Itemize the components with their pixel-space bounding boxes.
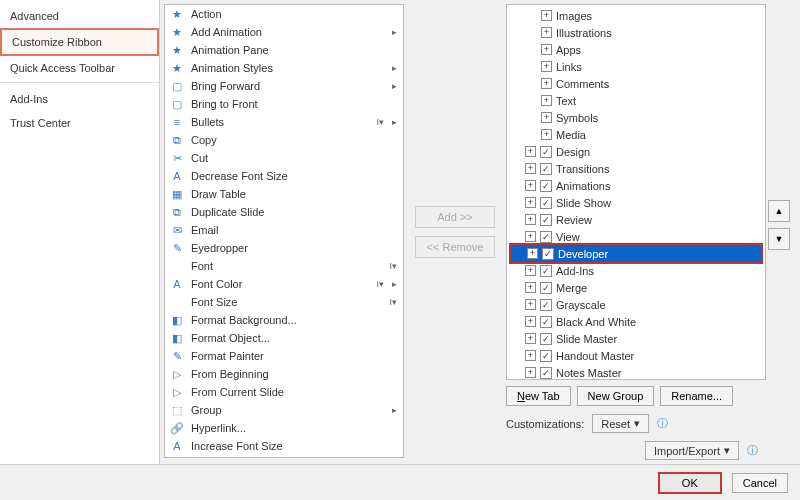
expand-icon[interactable]: + xyxy=(525,367,536,378)
tree-group[interactable]: +Links xyxy=(509,58,763,75)
move-up-button[interactable]: ▲ xyxy=(768,200,790,222)
expand-icon[interactable]: + xyxy=(525,180,536,191)
expand-icon[interactable]: + xyxy=(525,214,536,225)
cancel-button[interactable]: Cancel xyxy=(732,473,788,493)
expand-icon[interactable]: + xyxy=(525,350,536,361)
sidebar-item-qat[interactable]: Quick Access Toolbar xyxy=(0,56,159,83)
checkbox[interactable]: ✓ xyxy=(540,299,552,311)
command-item[interactable]: ▢Bring to Front xyxy=(165,95,403,113)
expand-icon[interactable]: + xyxy=(525,333,536,344)
tree-group[interactable]: +Media xyxy=(509,126,763,143)
checkbox[interactable]: ✓ xyxy=(540,231,552,243)
tree-tab-black-and-white[interactable]: +✓Black And White xyxy=(509,313,763,330)
expand-icon[interactable]: + xyxy=(541,61,552,72)
expand-icon[interactable]: + xyxy=(541,10,552,21)
command-item[interactable]: FontI▾ xyxy=(165,257,403,275)
command-item[interactable]: ★Add Animation▸ xyxy=(165,23,403,41)
tree-group[interactable]: +Comments xyxy=(509,75,763,92)
tree-group[interactable]: +Images xyxy=(509,7,763,24)
expand-icon[interactable]: + xyxy=(527,248,538,259)
expand-icon[interactable]: + xyxy=(541,44,552,55)
add-button[interactable]: Add >> xyxy=(415,206,495,228)
rename-button[interactable]: Rename... xyxy=(660,386,733,406)
expand-icon[interactable]: + xyxy=(525,282,536,293)
expand-icon[interactable]: + xyxy=(525,163,536,174)
checkbox[interactable]: ✓ xyxy=(542,248,554,260)
command-item[interactable]: AFont ColorI▾▸ xyxy=(165,275,403,293)
checkbox[interactable]: ✓ xyxy=(540,214,552,226)
expand-icon[interactable]: + xyxy=(525,316,536,327)
tree-group[interactable]: +Apps xyxy=(509,41,763,58)
ok-button[interactable]: OK xyxy=(658,472,722,494)
command-item[interactable]: ⧉Duplicate Slide xyxy=(165,203,403,221)
commands-list[interactable]: ★Action★Add Animation▸★Animation Pane★An… xyxy=(164,4,404,458)
checkbox[interactable]: ✓ xyxy=(540,197,552,209)
command-item[interactable]: AIncrease Font Size xyxy=(165,437,403,455)
command-item[interactable]: ⧉Copy xyxy=(165,131,403,149)
sidebar-item-trust-center[interactable]: Trust Center xyxy=(0,111,159,135)
tree-tab-developer[interactable]: +✓Developer xyxy=(509,243,763,264)
tree-tab-slide-master[interactable]: +✓Slide Master xyxy=(509,330,763,347)
command-item[interactable]: ◧Format Background... xyxy=(165,311,403,329)
expand-icon[interactable]: + xyxy=(525,231,536,242)
expand-icon[interactable]: + xyxy=(541,78,552,89)
command-item[interactable]: ▦Draw Table xyxy=(165,185,403,203)
checkbox[interactable]: ✓ xyxy=(540,316,552,328)
tree-group[interactable]: +Illustrations xyxy=(509,24,763,41)
tree-tab-review[interactable]: +✓Review xyxy=(509,211,763,228)
command-item[interactable]: ▷From Current Slide xyxy=(165,383,403,401)
tree-tab-merge[interactable]: +✓Merge xyxy=(509,279,763,296)
tree-group[interactable]: +Text xyxy=(509,92,763,109)
new-group-button[interactable]: New Group xyxy=(577,386,655,406)
command-item[interactable]: ⬚Group▸ xyxy=(165,401,403,419)
expand-icon[interactable]: + xyxy=(541,27,552,38)
tree-tab-add-ins[interactable]: +✓Add-Ins xyxy=(509,262,763,279)
tree-tab-slide-show[interactable]: +✓Slide Show xyxy=(509,194,763,211)
command-item[interactable]: ★Animation Styles▸ xyxy=(165,59,403,77)
command-item[interactable]: ▷From Beginning xyxy=(165,365,403,383)
new-tab-button[interactable]: New Tab xyxy=(506,386,571,406)
checkbox[interactable]: ✓ xyxy=(540,350,552,362)
sidebar-item-addins[interactable]: Add-Ins xyxy=(0,87,159,111)
expand-icon[interactable]: + xyxy=(525,197,536,208)
command-item[interactable]: ✉Email xyxy=(165,221,403,239)
command-item[interactable]: ◧Format Object... xyxy=(165,329,403,347)
checkbox[interactable]: ✓ xyxy=(540,180,552,192)
command-item[interactable]: ✎Format Painter xyxy=(165,347,403,365)
move-down-button[interactable]: ▼ xyxy=(768,228,790,250)
checkbox[interactable]: ✓ xyxy=(540,163,552,175)
sidebar-item-advanced[interactable]: Advanced xyxy=(0,4,159,28)
sidebar-item-customize-ribbon[interactable]: Customize Ribbon xyxy=(0,28,159,56)
tree-tab-design[interactable]: +✓Design xyxy=(509,143,763,160)
reset-dropdown[interactable]: Reset ▾ xyxy=(592,414,649,433)
expand-icon[interactable]: + xyxy=(541,95,552,106)
command-item[interactable]: ≡BulletsI▾▸ xyxy=(165,113,403,131)
checkbox[interactable]: ✓ xyxy=(540,367,552,379)
tree-tab-notes-master[interactable]: +✓Notes Master xyxy=(509,364,763,380)
checkbox[interactable]: ✓ xyxy=(540,333,552,345)
command-item[interactable]: Font SizeI▾ xyxy=(165,293,403,311)
expand-icon[interactable]: + xyxy=(525,299,536,310)
expand-icon[interactable]: + xyxy=(525,146,536,157)
tree-tab-animations[interactable]: +✓Animations xyxy=(509,177,763,194)
tree-tab-transitions[interactable]: +✓Transitions xyxy=(509,160,763,177)
command-item[interactable]: ★Animation Pane xyxy=(165,41,403,59)
import-export-dropdown[interactable]: Import/Export ▾ xyxy=(645,441,739,460)
command-item[interactable]: ▢Bring Forward▸ xyxy=(165,77,403,95)
checkbox[interactable]: ✓ xyxy=(540,282,552,294)
command-item[interactable]: ✂Cut xyxy=(165,149,403,167)
tree-tab-handout-master[interactable]: +✓Handout Master xyxy=(509,347,763,364)
command-item[interactable]: ADecrease Font Size xyxy=(165,167,403,185)
expand-icon[interactable]: + xyxy=(525,265,536,276)
ribbon-tree[interactable]: +Images+Illustrations+Apps+Links+Comment… xyxy=(506,4,766,380)
expand-icon[interactable]: + xyxy=(541,112,552,123)
checkbox[interactable]: ✓ xyxy=(540,265,552,277)
tree-group[interactable]: +Symbols xyxy=(509,109,763,126)
tree-tab-grayscale[interactable]: +✓Grayscale xyxy=(509,296,763,313)
command-item[interactable]: 🔗Hyperlink... xyxy=(165,419,403,437)
checkbox[interactable]: ✓ xyxy=(540,146,552,158)
command-item[interactable]: ▦Layout▸ xyxy=(165,455,403,458)
command-item[interactable]: ✎Eyedropper xyxy=(165,239,403,257)
command-item[interactable]: ★Action xyxy=(165,5,403,23)
remove-button[interactable]: << Remove xyxy=(415,236,495,258)
